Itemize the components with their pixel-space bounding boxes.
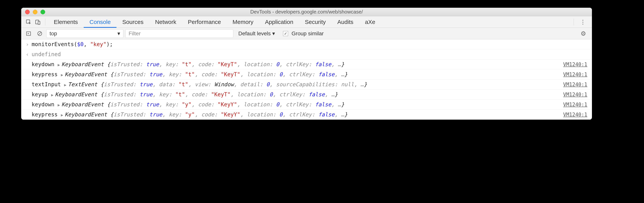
console-log-row: textInput ▶TextEvent {isTrusted: true, d… [21,80,592,90]
checkbox-icon: ✓ [283,31,288,36]
group-similar-toggle[interactable]: ✓ Group similar [280,31,327,37]
expand-icon[interactable]: ▶ [61,113,65,117]
return-icon: ‹ [26,52,32,57]
log-source-link[interactable]: VM1240:1 [563,92,587,97]
tab-console[interactable]: Console [84,16,116,28]
close-window-button[interactable] [25,10,30,14]
tab-audits[interactable]: Audits [332,16,359,28]
console-toolbar: top ▾ Default levels ▾ ✓ Group similar ⚙ [21,28,592,39]
titlebar: DevTools - developers.google.com/web/sho… [21,8,592,16]
console-settings-icon[interactable]: ⚙ [578,30,589,37]
console-log-row: keyup ▶KeyboardEvent {isTrusted: true, k… [21,90,592,100]
panel-tabs: ElementsConsoleSourcesNetworkPerformance… [48,16,381,28]
tab-elements[interactable]: Elements [48,16,84,28]
console-log-row: keypress ▶KeyboardEvent {isTrusted: true… [21,70,592,80]
console-input-row[interactable]: › monitorEvents($0, "key"); [21,39,592,49]
log-source-link[interactable]: VM1240:1 [563,62,587,67]
expand-icon[interactable]: ▶ [58,63,62,67]
execution-context-icon[interactable] [24,29,33,38]
tab-performance[interactable]: Performance [182,16,227,28]
log-source-link[interactable]: VM1240:1 [563,102,587,107]
device-toolbar-icon[interactable] [33,17,42,27]
log-body[interactable]: keypress ▶KeyboardEvent {isTrusted: true… [32,111,559,118]
group-similar-label: Group similar [292,31,324,37]
tab-sources[interactable]: Sources [116,16,149,28]
tab-network[interactable]: Network [149,16,182,28]
console-return-row: ‹ undefined [21,49,592,59]
more-options-icon[interactable]: ⋮ [576,19,589,25]
log-body[interactable]: keyup ▶KeyboardEvent {isTrusted: true, k… [32,91,559,98]
return-value: undefined [32,51,61,58]
expand-icon[interactable]: ▶ [51,93,55,97]
context-selector-value: top [50,31,57,37]
panel-tabbar: ElementsConsoleSourcesNetworkPerformance… [21,16,592,28]
expand-icon[interactable]: ▶ [58,103,62,107]
separator [574,19,574,26]
svg-line-5 [38,32,41,35]
window-title: DevTools - developers.google.com/web/sho… [21,9,592,15]
chevron-down-icon: ▾ [272,30,275,37]
log-body[interactable]: keydown ▶KeyboardEvent {isTrusted: true,… [32,101,559,108]
log-source-link[interactable]: VM1240:1 [563,112,587,117]
clear-console-icon[interactable] [35,29,44,38]
console-log-row: keydown ▶KeyboardEvent {isTrusted: true,… [21,59,592,70]
prompt-icon: › [26,42,32,47]
devtools-window: DevTools - developers.google.com/web/sho… [21,8,592,120]
log-source-link[interactable]: VM1240:1 [563,82,587,87]
log-levels-selector[interactable]: Default levels ▾ [235,30,278,37]
separator [45,19,45,26]
zoom-window-button[interactable] [40,10,45,14]
inspect-element-icon[interactable] [24,17,33,27]
log-body[interactable]: textInput ▶TextEvent {isTrusted: true, d… [32,81,559,88]
expand-icon[interactable]: ▶ [64,83,68,87]
tab-security[interactable]: Security [299,16,332,28]
console-log-row: keypress ▶KeyboardEvent {isTrusted: true… [21,110,592,120]
tab-axe[interactable]: aXe [359,16,381,28]
filter-input[interactable] [125,29,233,38]
console-body: › monitorEvents($0, "key"); ‹ undefined … [21,39,592,120]
log-body[interactable]: keypress ▶KeyboardEvent {isTrusted: true… [32,71,559,78]
minimize-window-button[interactable] [33,10,38,14]
log-body[interactable]: keydown ▶KeyboardEvent {isTrusted: true,… [32,61,559,68]
expand-icon[interactable]: ▶ [61,73,65,77]
chevron-down-icon: ▾ [118,30,120,37]
tab-application[interactable]: Application [259,16,299,28]
svg-rect-2 [38,21,40,24]
log-levels-label: Default levels [238,31,271,37]
traffic-lights [21,10,45,14]
console-input-text: monitorEvents($0, "key"); [32,41,587,48]
log-source-link[interactable]: VM1240:1 [563,72,587,77]
console-log-row: keydown ▶KeyboardEvent {isTrusted: true,… [21,100,592,110]
context-selector[interactable]: top ▾ [46,29,124,38]
tab-memory[interactable]: Memory [227,16,259,28]
